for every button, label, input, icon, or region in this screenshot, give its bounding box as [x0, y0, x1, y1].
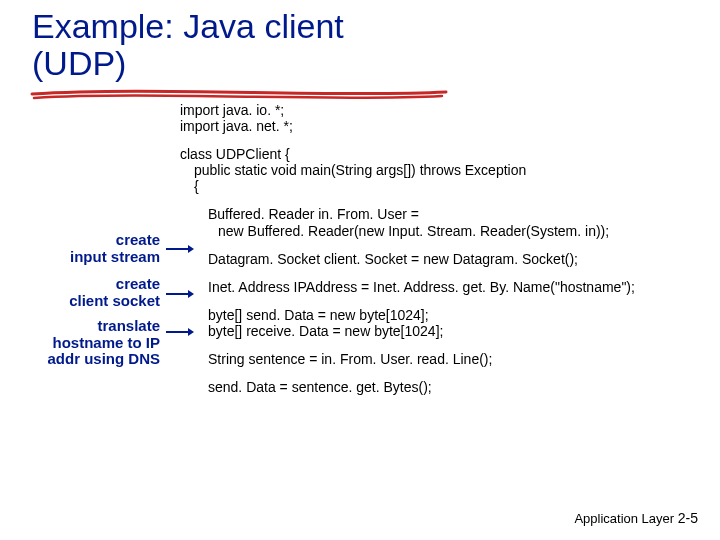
slide-title: Example: Java client (UDP) — [32, 8, 344, 83]
footer-label: Application Layer — [574, 511, 674, 526]
code-line: Buffered. Reader in. From. User = — [180, 206, 635, 222]
code-line: send. Data = sentence. get. Bytes(); — [180, 379, 635, 395]
annotation-client-socket: create client socket — [10, 276, 160, 309]
annotation-input-stream: create input stream — [10, 232, 160, 265]
code-line: import java. net. *; — [180, 118, 635, 134]
annotation-text: client socket — [69, 292, 160, 309]
annotation-text: hostname to IP — [52, 334, 160, 351]
annotation-text: addr using DNS — [47, 350, 160, 367]
annotation-text: translate — [97, 317, 160, 334]
code-line: { — [180, 178, 635, 194]
footer-page: 2-5 — [678, 510, 698, 526]
annotation-dns: translate hostname to IP addr using DNS — [10, 318, 160, 368]
code-line: import java. io. *; — [180, 102, 635, 118]
annotation-text: input stream — [70, 248, 160, 265]
title-line2: (UDP) — [32, 44, 126, 82]
code-line: Datagram. Socket client. Socket = new Da… — [180, 251, 635, 267]
title-line1: Example: Java client — [32, 7, 344, 45]
annotation-text: create — [116, 275, 160, 292]
code-line: class UDPClient { — [180, 146, 635, 162]
code-block: import java. io. *; import java. net. *;… — [180, 102, 635, 395]
code-line: String sentence = in. From. User. read. … — [180, 351, 635, 367]
code-line: Inet. Address IPAddress = Inet. Address.… — [180, 279, 635, 295]
slide-footer: Application Layer 2-5 — [574, 510, 698, 526]
code-line: new Buffered. Reader(new Input. Stream. … — [180, 223, 635, 239]
annotation-text: create — [116, 231, 160, 248]
code-line: byte[] send. Data = new byte[1024]; — [180, 307, 635, 323]
title-underline — [30, 88, 450, 102]
code-line: byte[] receive. Data = new byte[1024]; — [180, 323, 635, 339]
code-line: public static void main(String args[]) t… — [180, 162, 635, 178]
